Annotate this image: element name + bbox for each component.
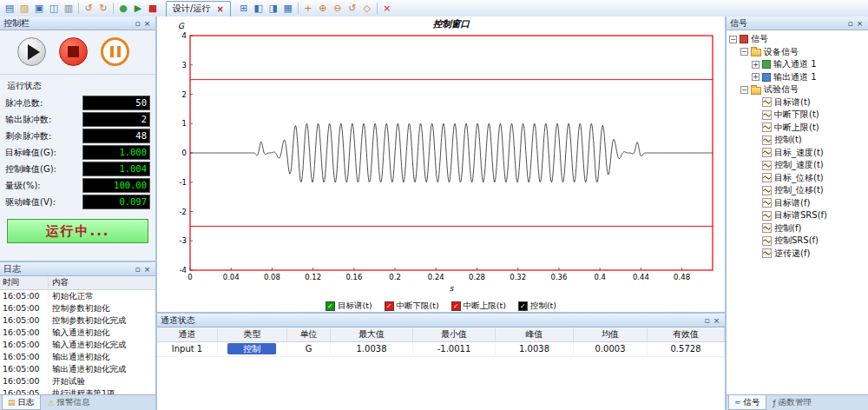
chart-grid-icon[interactable]: ▦ <box>281 2 295 15</box>
run-test-icon[interactable]: ▶ <box>131 2 145 15</box>
tree-item[interactable]: 中断下限(t) <box>729 109 868 122</box>
channel-row[interactable]: Input 1控制G1.0038-1.00111.00380.00030.572… <box>157 342 725 357</box>
legend-item[interactable]: ✓中断上限(t) <box>451 301 506 312</box>
legend-item[interactable]: ✓目标谱(t) <box>326 301 372 312</box>
log-row[interactable]: 16:05:00控制参数初始化 <box>0 302 155 314</box>
tree-item[interactable]: 控制(f) <box>729 222 868 235</box>
close-icon[interactable]: × <box>142 265 152 274</box>
pause-button[interactable] <box>101 37 129 66</box>
zoom-out-icon[interactable]: ⊖ <box>331 2 345 15</box>
tree-item[interactable]: −设备信号 <box>729 46 868 59</box>
redo-icon[interactable]: ↻ <box>96 2 110 15</box>
zoom-in-icon[interactable]: ⊕ <box>316 2 330 15</box>
start-button[interactable] <box>17 37 46 66</box>
tree-item[interactable]: 中断上限(t) <box>729 122 868 135</box>
tree-item[interactable]: 控制_速度(t) <box>729 159 868 172</box>
zoom-reset-icon[interactable]: ↺ <box>345 2 359 15</box>
close-icon[interactable]: × <box>712 316 721 325</box>
window-layout-icon[interactable]: ⊞ <box>237 2 251 15</box>
pan-icon[interactable]: ◇ <box>360 2 374 15</box>
tree-item[interactable]: 逆传递(f) <box>729 248 868 261</box>
tree-expander-minus[interactable]: − <box>740 86 748 94</box>
tree-item-label: 设备信号 <box>764 46 799 58</box>
tree-item[interactable]: 控制_位移(t) <box>729 184 868 197</box>
legend-item[interactable]: ✓控制(t) <box>518 301 556 312</box>
tab-报警信息[interactable]: ⚠报警信息 <box>43 395 95 410</box>
log-row[interactable]: 16:05:00输出通道初始化完成 <box>0 363 155 375</box>
tab-日志[interactable]: ▤日志 <box>2 395 41 410</box>
tab-信号[interactable]: ≈信号 <box>728 395 766 410</box>
log-row[interactable]: 16:05:00控制参数初始化完成 <box>0 314 155 327</box>
log-row[interactable]: 16:05:05执行进程表第1项 <box>0 387 155 394</box>
tree-item[interactable]: 控制(t) <box>729 134 868 147</box>
close-icon[interactable]: × <box>855 19 865 28</box>
tree-expander-minus[interactable]: − <box>740 48 748 56</box>
x-tick-label: 0.24 <box>428 273 444 281</box>
control-window-chart[interactable]: 控制窗口G43210-1-2-3-400.040.080.120.160.20.… <box>157 17 723 296</box>
document-tab-close-icon[interactable]: × <box>216 4 223 14</box>
crosshair-cursor-icon[interactable]: + <box>301 2 315 15</box>
log-row[interactable]: 16:05:00开始试验 <box>0 375 155 387</box>
close-window-icon[interactable]: × <box>380 2 394 15</box>
save-all-icon[interactable]: ◫ <box>47 2 61 15</box>
legend-checkbox[interactable]: ✓ <box>385 301 394 311</box>
pin-icon[interactable]: ▫ <box>133 19 142 28</box>
channel-panel-title: 通道状态 <box>161 314 702 327</box>
field-value: 48 <box>82 129 150 143</box>
tree-item-label: 输出通道 1 <box>773 71 817 83</box>
legend-item[interactable]: ✓中断下限(t) <box>385 301 439 312</box>
main-toolbar: ▤▨▣◫▥↺↻●▶■ 设计/运行 × ⊞◧◨▦+⊕⊖↺◇× <box>0 0 868 17</box>
tree-item-label: 中断上限(t) <box>774 122 819 134</box>
control-peak-field: 控制峰值(G):1.004 <box>5 161 150 177</box>
legend-checkbox[interactable]: ✓ <box>518 301 528 311</box>
tree-item[interactable]: +输入通道 1 <box>729 58 868 71</box>
undo-icon[interactable]: ↺ <box>82 2 95 15</box>
tree-item[interactable]: 目标_位移(t) <box>729 172 868 185</box>
channel-panel-header: 通道状态 ▫ × <box>157 314 725 327</box>
new-icon[interactable]: ▤ <box>3 2 16 15</box>
stop-button[interactable] <box>59 37 88 66</box>
channel-column-header: 最小值 <box>413 327 496 341</box>
log-row[interactable]: 16:05:00输入通道初始化完成 <box>0 339 155 351</box>
save-icon[interactable]: ▣ <box>32 2 46 15</box>
tile-windows-icon[interactable]: ◨ <box>266 2 280 15</box>
tree-item[interactable]: 控制SRS(f) <box>729 235 868 248</box>
tree-item[interactable]: 目标_速度(t) <box>729 147 868 160</box>
tree-item[interactable]: +输出通道 1 <box>729 71 868 84</box>
connect-icon[interactable]: ● <box>116 2 130 15</box>
control-panel-header: 控制栏 ▫ × <box>0 17 155 30</box>
tab-函数管理[interactable]: ƒ函数管理 <box>768 395 817 410</box>
pin-icon[interactable]: ▫ <box>702 316 712 325</box>
tree-expander-minus[interactable]: − <box>729 36 737 43</box>
tree-item[interactable]: 目标谱(f) <box>729 197 868 210</box>
tree-item[interactable]: 目标谱(t) <box>729 96 868 109</box>
cascade-windows-icon[interactable]: ◧ <box>252 2 266 15</box>
right-dock: 信号 ▫ × −信号−设备信号+输入通道 1+输出通道 1−试验信号目标谱(t)… <box>727 17 868 410</box>
level-percent-field: 量级(%):100.00 <box>5 177 150 194</box>
control-panel: 控制栏 ▫ × 运行状态 脉冲总数:50输出脉冲数:2剩余脉冲数:48目标峰值(… <box>0 17 155 262</box>
document-tab-design-run[interactable]: 设计/运行 × <box>166 1 231 17</box>
tree-item[interactable]: −试验信号 <box>729 83 868 96</box>
x-tick-label: 0.04 <box>223 273 240 281</box>
log-panel-header: 日志 ▫ × <box>0 262 155 276</box>
log-row[interactable]: 16:05:00输入通道初始化 <box>0 327 155 339</box>
log-row[interactable]: 16:05:00输出通道初始化 <box>0 351 155 363</box>
pin-icon[interactable]: ▫ <box>133 265 142 274</box>
tree-item[interactable]: −信号 <box>729 33 868 46</box>
open-icon[interactable]: ▨ <box>17 2 31 15</box>
pin-icon[interactable]: ▫ <box>845 19 855 28</box>
close-icon[interactable]: × <box>142 19 152 28</box>
x-tick-label: 0.2 <box>389 273 401 281</box>
tree-expander-plus[interactable]: + <box>752 73 760 81</box>
y-tick-label: 1 <box>182 119 187 128</box>
tree-expander-plus[interactable]: + <box>752 61 760 69</box>
channel-cell: 1.0038 <box>331 342 413 356</box>
run-status-title: 运行状态 <box>0 75 155 95</box>
print-icon[interactable]: ▥ <box>62 2 76 15</box>
tree-item[interactable]: 目标谱SRS(f) <box>729 209 868 222</box>
legend-checkbox[interactable]: ✓ <box>326 301 335 311</box>
legend-checkbox[interactable]: ✓ <box>451 301 461 311</box>
stop-test-icon[interactable]: ■ <box>146 2 160 15</box>
log-row[interactable]: 16:05:00初始化正常 <box>0 290 155 302</box>
field-value: 100.00 <box>82 178 150 193</box>
